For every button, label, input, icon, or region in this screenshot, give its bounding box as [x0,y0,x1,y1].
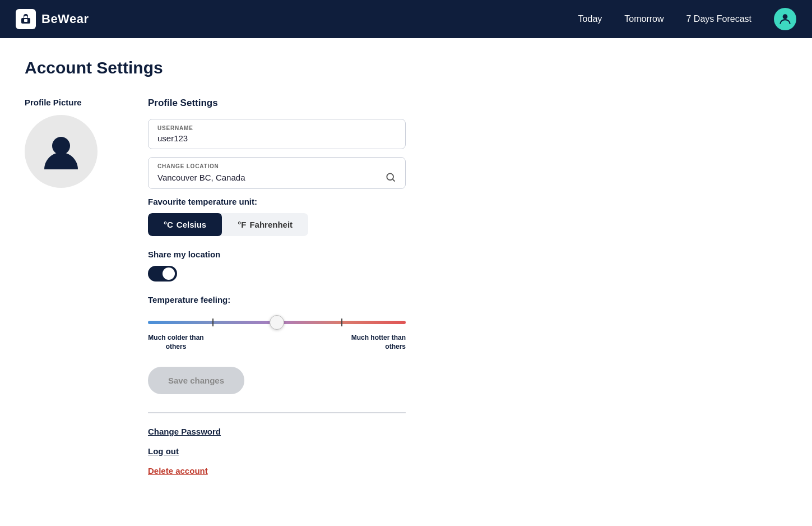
fahrenheit-deg: °F [238,220,246,229]
nav-forecast[interactable]: 7 Days Forecast [686,14,751,24]
delete-account-link[interactable]: Delete account [148,466,406,476]
save-changes-button[interactable]: Save changes [148,367,244,394]
brand-name: BeWear [41,12,89,26]
account-links: Change Password Log out Delete account [148,427,406,476]
page-content: Account Settings Profile Picture Profile… [0,38,812,496]
profile-picture-label: Profile Picture [25,98,82,107]
brand-icon [16,9,36,29]
avatar-upload[interactable] [25,115,98,188]
temp-feeling-section: Temperature feeling: Much colder than ot… [148,295,406,351]
username-label: USERNAME [157,125,396,131]
svg-line-6 [393,179,395,182]
celsius-deg: °C [164,220,173,229]
slider-label-cold: Much colder than others [148,334,204,351]
location-search-button[interactable] [385,172,396,183]
temp-feeling-label: Temperature feeling: [148,295,406,304]
temp-unit-label: Favourite temperature unit: [148,197,406,206]
svg-point-3 [783,14,788,19]
username-input-group: USERNAME [148,119,406,149]
toggle-container [148,266,406,282]
fahrenheit-label: Fahrenheit [249,220,293,229]
profile-settings-title: Profile Settings [148,98,406,109]
location-input-group: CHANGE LOCATION [148,157,406,189]
temp-celsius-option[interactable]: °C Celsius [148,213,222,236]
slider-labels: Much colder than others Much hotter than… [148,334,406,351]
location-label: CHANGE LOCATION [157,163,396,169]
svg-point-5 [387,173,393,180]
share-location-section: Share my location [148,250,406,282]
profile-settings-section: Profile Settings USERNAME CHANGE LOCATIO… [148,98,406,476]
profile-picture-section: Profile Picture [25,98,126,188]
svg-point-4 [52,137,70,155]
settings-layout: Profile Picture Profile Settings USERNAM… [25,98,787,476]
username-field[interactable] [157,133,396,143]
logout-link[interactable]: Log out [148,446,406,456]
change-password-link[interactable]: Change Password [148,427,406,436]
nav-links: Today Tomorrow 7 Days Forecast [578,8,796,30]
temp-slider-wrapper [148,311,406,334]
avatar[interactable] [774,8,796,30]
location-field[interactable] [157,173,385,182]
page-title: Account Settings [25,58,787,77]
share-location-toggle[interactable] [148,266,177,282]
share-location-label: Share my location [148,250,406,259]
navbar: BeWear Today Tomorrow 7 Days Forecast [0,0,812,38]
divider [148,412,406,413]
toggle-knob [163,267,175,280]
nav-today[interactable]: Today [578,14,602,24]
brand[interactable]: BeWear [16,9,89,29]
celsius-label: Celsius [177,220,206,229]
temp-fahrenheit-option[interactable]: °F Fahrenheit [222,213,308,236]
svg-rect-2 [24,19,27,22]
nav-tomorrow[interactable]: Tomorrow [624,14,663,24]
temp-toggle: °C Celsius °F Fahrenheit [148,213,308,236]
slider-label-hot: Much hotter than others [350,334,406,351]
